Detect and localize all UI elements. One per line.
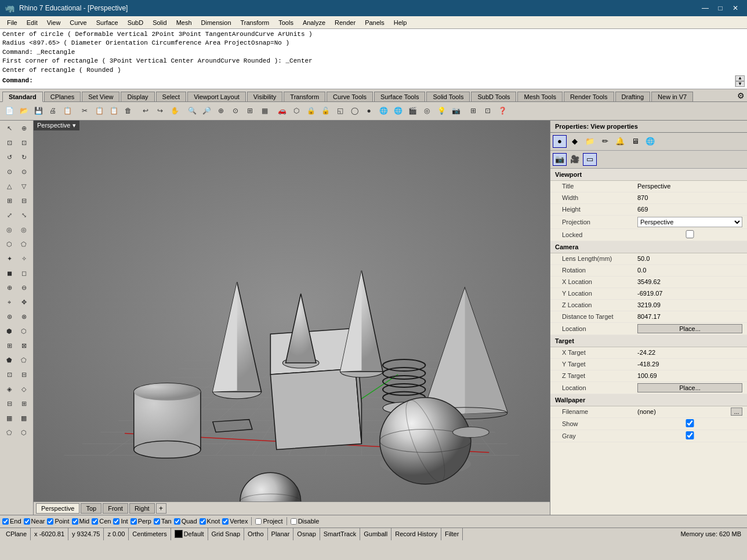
minimize-button[interactable]: — — [698, 2, 712, 14]
tb-zoom-in[interactable]: 🔍 — [185, 104, 199, 118]
lt-gumball[interactable]: ◇ — [17, 383, 31, 397]
menu-dimension[interactable]: Dimension — [197, 16, 236, 28]
tab-new-in-v7[interactable]: New in V7 — [651, 92, 693, 101]
lt-dim[interactable]: ⬟ — [2, 354, 16, 368]
tb-car[interactable]: 🚗 — [275, 104, 289, 118]
props-icon-pencil[interactable]: ✏ — [598, 135, 612, 148]
prop-tgt-loc-btn[interactable]: Place... — [637, 383, 742, 392]
lt-join[interactable]: ✦ — [2, 252, 16, 266]
tb-viewport[interactable]: ▦ — [258, 104, 271, 118]
snap-cen[interactable]: Cen — [92, 518, 111, 525]
lt-unjoin[interactable]: ✧ — [17, 252, 31, 266]
menu-analyze[interactable]: Analyze — [298, 16, 330, 28]
tb-save[interactable]: 💾 — [31, 104, 45, 118]
tb-open[interactable]: 📂 — [17, 104, 31, 118]
prop-filename-btn[interactable]: ... — [731, 408, 742, 416]
snap-end-checkbox[interactable] — [2, 518, 9, 525]
vp-tab-top[interactable]: Top — [81, 503, 101, 514]
lt-layers[interactable]: ▦ — [2, 412, 16, 426]
tb-zoom-all[interactable]: ⊕ — [214, 104, 228, 118]
status-smarttrack[interactable]: SmartTrack — [320, 528, 360, 540]
snap-quad-checkbox[interactable] — [174, 518, 180, 525]
tab-subd-tools[interactable]: SubD Tools — [471, 92, 516, 101]
lt-offset[interactable]: ⊕ — [2, 281, 16, 295]
lt-select[interactable]: ↖ — [2, 122, 16, 136]
snap-cen-checkbox[interactable] — [92, 518, 98, 525]
menu-edit[interactable]: Edit — [22, 16, 42, 28]
props-icon-diamond[interactable]: ◆ — [568, 135, 582, 148]
tb-layer[interactable]: ◱ — [333, 104, 347, 118]
tab-display[interactable]: Display — [121, 92, 154, 101]
lt-box[interactable]: ⊡ — [2, 136, 16, 150]
snap-perp[interactable]: Perp — [130, 518, 151, 525]
tab-surface-tools[interactable]: Surface Tools — [374, 92, 425, 101]
menu-transform[interactable]: Transform — [236, 16, 274, 28]
tb-zoom-ext[interactable]: ⊞ — [243, 104, 257, 118]
lt-analyze-btn[interactable]: ⊠ — [17, 339, 31, 353]
tab-drafting[interactable]: Drafting — [615, 92, 651, 101]
snap-tan[interactable]: Tan — [154, 518, 172, 525]
snap-quad[interactable]: Quad — [174, 518, 197, 525]
vp-add-button[interactable]: + — [156, 503, 166, 514]
tab-select[interactable]: Select — [156, 92, 187, 101]
tb-env[interactable]: 🌐 — [391, 104, 405, 118]
lt-subd[interactable]: ⬡ — [17, 325, 31, 339]
tab-setview[interactable]: Set View — [82, 92, 119, 101]
lt-intersect[interactable]: ⊛ — [2, 310, 16, 324]
snap-vertex[interactable]: Vertex — [222, 518, 248, 525]
viewport-label[interactable]: Perspective ▾ — [34, 121, 79, 130]
tb-new[interactable]: 📄 — [2, 104, 16, 118]
menu-panels[interactable]: Panels — [360, 16, 389, 28]
lt-fillet[interactable]: ◼ — [2, 267, 16, 281]
close-button[interactable]: ✕ — [728, 2, 742, 14]
snap-near[interactable]: Near — [24, 518, 45, 525]
snap-disable[interactable]: Disable — [291, 518, 320, 525]
tb-zoom-out[interactable]: 🔎 — [200, 104, 213, 118]
prop-projection-select[interactable]: Perspective Parallel Two Point Perspecti… — [637, 217, 742, 227]
props-icon-sphere[interactable]: ● — [553, 135, 567, 148]
tb-wire[interactable]: ⬡ — [289, 104, 303, 118]
tb-undo[interactable]: ↩ — [139, 104, 153, 118]
tab-cplanes[interactable]: CPlanes — [44, 92, 81, 101]
menu-render[interactable]: Render — [330, 16, 360, 28]
vp-tab-front[interactable]: Front — [103, 503, 128, 514]
lt-boolean[interactable]: ⌖ — [2, 296, 16, 310]
tab-viewport-layout[interactable]: Viewport Layout — [187, 92, 246, 101]
lt-arc[interactable]: ↺ — [2, 151, 16, 165]
command-input[interactable] — [37, 78, 735, 85]
prop-show-checkbox[interactable] — [637, 419, 742, 427]
status-gumball[interactable]: Gumball — [360, 528, 391, 540]
cmd-scroll-up[interactable]: ▲ — [735, 75, 745, 81]
tb-grid[interactable]: ⊞ — [466, 104, 480, 118]
props-icon-camera[interactable]: 📷 — [553, 153, 567, 166]
status-units[interactable]: Centimeters — [129, 528, 171, 540]
lt-trim[interactable]: ⬡ — [2, 238, 16, 252]
tab-standard[interactable]: Standard — [2, 92, 43, 102]
lt-polyline[interactable]: ⊡ — [17, 136, 31, 150]
props-icon-folder[interactable]: 📁 — [583, 135, 597, 148]
lt-misc1[interactable]: ⬠ — [2, 426, 16, 440]
props-icon-globe[interactable]: 🌐 — [643, 135, 657, 148]
menu-file[interactable]: File — [2, 16, 22, 28]
menu-tools[interactable]: Tools — [274, 16, 298, 28]
snap-int-checkbox[interactable] — [113, 518, 119, 525]
snap-point[interactable]: Point — [47, 518, 69, 525]
tb-camera-icon[interactable]: 📷 — [449, 104, 463, 118]
snap-mid[interactable]: Mid — [72, 518, 90, 525]
lt-ellipse[interactable]: ⊙ — [2, 165, 16, 179]
lt-mesh[interactable]: ⬢ — [2, 325, 16, 339]
tb-snap[interactable]: ◎ — [420, 104, 434, 118]
status-ortho[interactable]: Ortho — [244, 528, 268, 540]
target-section-header[interactable]: Target — [550, 335, 747, 347]
menu-curve[interactable]: Curve — [65, 16, 91, 28]
tb-unlock[interactable]: 🔓 — [318, 104, 332, 118]
menu-surface[interactable]: Surface — [92, 16, 123, 28]
lt-measure[interactable]: ⊞ — [2, 339, 16, 353]
lt-mirror[interactable]: ◎ — [17, 223, 31, 237]
menu-solid[interactable]: Solid — [148, 16, 171, 28]
wallpaper-section-header[interactable]: Wallpaper — [550, 394, 747, 406]
lt-record[interactable]: ⊞ — [17, 397, 31, 411]
tab-render-tools[interactable]: Render Tools — [564, 92, 614, 101]
lt-history[interactable]: ⊟ — [2, 397, 16, 411]
snap-tan-checkbox[interactable] — [154, 518, 160, 525]
